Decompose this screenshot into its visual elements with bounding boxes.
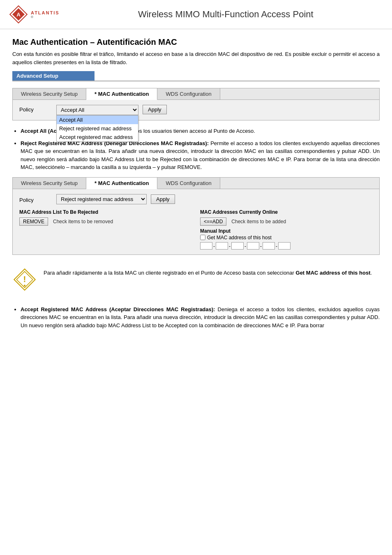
apply-button-2[interactable]: Apply <box>151 194 175 204</box>
intro-text: Con esta función es posible filtrar el t… <box>12 50 380 66</box>
mac-sep-1: - <box>213 242 215 250</box>
mac-field-5[interactable] <box>263 242 275 250</box>
left-col-header: MAC Address List To Be Rejected <box>19 209 192 215</box>
logo-area: A ATLANTIS ® <box>8 4 60 25</box>
remove-desc: Check items to be removed <box>53 219 113 224</box>
get-mac-checkbox[interactable] <box>200 235 205 240</box>
bullet-bold-3: Accept Registered MAC Address (Aceptar D… <box>21 306 215 312</box>
dropdown-option-accept-reg[interactable]: Accept registered mac address <box>57 133 138 141</box>
tab-content-1: Policy Accept All Reject registered mac … <box>13 100 379 120</box>
policy-dropdown-1[interactable]: Accept All Reject registered mac address… <box>56 105 138 115</box>
tab-wds-config-1[interactable]: WDS Configuration <box>157 88 220 99</box>
svg-text:!: ! <box>23 274 26 284</box>
svg-text:A: A <box>16 12 21 18</box>
policy-label-1: Policy <box>19 105 52 113</box>
page-header: A ATLANTIS ® Wireless MIMO Multi-Functio… <box>0 0 392 29</box>
add-row: <==ADD Check items to be added <box>200 217 373 226</box>
mac-field-3[interactable] <box>231 242 244 250</box>
warning-icon: ! <box>12 267 37 293</box>
two-col-panel: MAC Address List To Be Rejected REMOVE C… <box>19 209 373 250</box>
logo-icon: A <box>8 4 29 25</box>
logo-subtitle: ® <box>31 15 60 19</box>
mac-field-1[interactable] <box>200 242 212 250</box>
mac-field-2[interactable] <box>216 242 228 250</box>
right-column: MAC Addresses Currently Online <==ADD Ch… <box>200 209 373 250</box>
bullet-item-reject: Reject Registered MAC Address (Denegar D… <box>21 139 380 171</box>
policy-select-2[interactable]: Reject registered mac address <box>56 194 147 204</box>
add-desc: Check items to be added <box>231 219 286 224</box>
divider <box>12 81 380 81</box>
policy-row-1: Policy Accept All Reject registered mac … <box>19 105 373 115</box>
logo-text: ATLANTIS <box>31 10 60 15</box>
policy-row-2: Policy Reject registered mac address App… <box>19 194 373 204</box>
dropdown-menu-1: Accept All Reject registered mac address… <box>56 115 138 142</box>
page-title: Mac Authentication – Autentificación MAC <box>12 37 380 47</box>
mac-sep-2: - <box>229 242 231 250</box>
dropdown-option-reject[interactable]: Reject registered mac address <box>57 124 138 133</box>
manual-input-label: Manual Input <box>200 228 373 234</box>
mac-field-4[interactable] <box>247 242 259 250</box>
policy-label-2: Policy <box>19 195 52 203</box>
get-mac-row: Get MAC address of this host <box>200 235 373 240</box>
advanced-setup-bar: Advanced Setup <box>12 71 95 81</box>
tab-wireless-security-1[interactable]: Wireless Security Setup <box>13 88 86 99</box>
policy-select-1[interactable]: Accept All Reject registered mac address… <box>56 105 138 115</box>
tab-panel-2: Wireless Security Setup * MAC Authentica… <box>12 177 380 255</box>
warning-text: Para añadir rápidamente a la lista MAC u… <box>44 267 372 277</box>
dropdown-option-accept-all[interactable]: Accept All <box>57 116 138 124</box>
tab-wds-config-2[interactable]: WDS Configuration <box>157 178 220 189</box>
svg-point-6 <box>24 284 25 286</box>
tab-bar-2: Wireless Security Setup * MAC Authentica… <box>13 178 379 189</box>
tab-bar-1: Wireless Security Setup * MAC Authentica… <box>13 88 379 100</box>
add-button[interactable]: <==ADD <box>200 217 226 226</box>
bullet-item-accept-reg: Accept Registered MAC Address (Aceptar D… <box>21 305 380 330</box>
remove-button[interactable]: REMOVE <box>19 217 48 226</box>
mac-sep-4: - <box>260 242 262 250</box>
warning-diamond-icon: ! <box>12 267 37 292</box>
apply-button-1[interactable]: Apply <box>143 105 167 114</box>
tab-content-2: Policy Reject registered mac address App… <box>13 189 379 254</box>
right-col-header: MAC Addresses Currently Online <box>200 209 373 215</box>
remove-row: REMOVE Check items to be removed <box>19 217 192 226</box>
main-content: Mac Authentication – Autentificación MAC… <box>0 33 392 342</box>
mac-sep-5: - <box>276 242 277 250</box>
header-title: Wireless MIMO Multi-Function Access Poin… <box>68 9 384 20</box>
warning-bold: Get MAC address of this host <box>296 270 371 276</box>
get-mac-label: Get MAC address of this host <box>207 235 272 240</box>
mac-fields: - - - - - <box>200 242 373 250</box>
mac-field-6[interactable] <box>278 242 291 250</box>
warning-box: ! Para añadir rápidamente a la lista MAC… <box>12 263 380 297</box>
tab-wireless-security-2[interactable]: Wireless Security Setup <box>13 178 86 189</box>
tab-mac-auth-1[interactable]: * MAC Authentication <box>86 88 157 100</box>
bullet-list-2: Accept Registered MAC Address (Aceptar D… <box>21 305 380 330</box>
tab-panel-1: Wireless Security Setup * MAC Authentica… <box>12 88 380 120</box>
tab-mac-auth-2[interactable]: * MAC Authentication <box>86 178 157 189</box>
mac-sep-3: - <box>244 242 246 250</box>
left-column: MAC Address List To Be Rejected REMOVE C… <box>19 209 192 250</box>
